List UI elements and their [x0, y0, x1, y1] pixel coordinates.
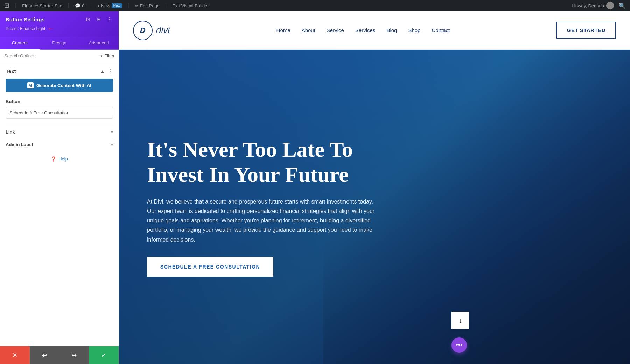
text-section-title: Text [6, 68, 16, 74]
down-arrow-icon: ↓ [458, 316, 462, 324]
new-button[interactable]: + New New [97, 3, 122, 8]
text-section-header: Text ▲ ⋮ [6, 68, 113, 74]
howdy-text: Howdy, Deanna [572, 3, 604, 8]
save-icon: ✓ [101, 351, 106, 359]
purple-options-button[interactable]: ••• [451, 337, 467, 353]
hero-description: At Divi, we believe that a secure and pr… [147, 197, 378, 244]
button-text-input[interactable] [6, 107, 113, 119]
get-started-button[interactable]: GET STARTED [556, 22, 616, 39]
more-options-icon[interactable]: ⋮ [105, 15, 113, 23]
redo-icon: ↪ [71, 351, 77, 359]
fullscreen-icon[interactable]: ⊡ [84, 15, 92, 23]
red-arrow-icon: ← [47, 24, 54, 33]
panel-content: Text ▲ ⋮ AI Generate Content With AI But… [0, 62, 119, 346]
ai-button-label: Generate Content With AI [36, 83, 91, 88]
panel-title: Button Settings [6, 16, 45, 22]
wp-logo-icon: ⊞ [4, 2, 9, 9]
text-section-collapse-icon[interactable]: ▲ [100, 69, 105, 74]
settings-panel: Button Settings ⊡ ⊟ ⋮ Preset: Finance Li… [0, 11, 119, 364]
admin-label-chevron-icon: ▾ [111, 142, 113, 147]
tab-design[interactable]: Design [40, 37, 79, 49]
scroll-down-button[interactable]: ↓ [451, 312, 469, 329]
site-logo: D divi [133, 21, 170, 40]
help-label: Help [58, 156, 68, 162]
nav-home[interactable]: Home [276, 27, 290, 33]
admin-label-row[interactable]: Admin Label ▾ [6, 138, 113, 151]
hero-content: It's Never Too Late To Invest In Your Fu… [119, 116, 406, 298]
button-section-label: Button [6, 99, 113, 104]
nav-service[interactable]: Service [327, 27, 344, 33]
comment-icon: 💬 [75, 3, 80, 8]
hero-cta-button[interactable]: SCHEDULE A FREE CONSULTATION [147, 257, 273, 277]
filter-button[interactable]: + Filter [100, 53, 114, 58]
search-input[interactable] [4, 53, 98, 58]
hero-title: It's Never Too Late To Invest In Your Fu… [147, 137, 378, 187]
avatar [606, 2, 614, 9]
nav-services[interactable]: Services [355, 27, 376, 33]
panel-search-bar: + Filter [0, 50, 119, 62]
redo-button[interactable]: ↪ [59, 346, 89, 364]
admin-bar: ⊞ | Finance Starter Site | 💬 0 | + New N… [0, 0, 630, 11]
layout-icon[interactable]: ⊟ [95, 15, 103, 23]
link-chevron-icon: ▾ [111, 130, 113, 135]
nav-blog[interactable]: Blog [386, 27, 397, 33]
panel-header: Button Settings ⊡ ⊟ ⋮ Preset: Finance Li… [0, 11, 119, 37]
new-badge: New [112, 3, 122, 8]
help-icon: ❓ [51, 156, 56, 162]
nav-about[interactable]: About [302, 27, 315, 33]
undo-button[interactable]: ↩ [30, 346, 59, 364]
logo-text: divi [156, 25, 170, 36]
panel-tabs: Content Design Advanced [0, 37, 119, 50]
tab-content[interactable]: Content [0, 37, 40, 50]
save-button[interactable]: ✓ [89, 346, 119, 364]
comment-link[interactable]: 💬 0 [75, 3, 84, 8]
text-section-menu-icon[interactable]: ⋮ [107, 68, 113, 74]
admin-search-icon[interactable]: 🔍 [619, 2, 626, 9]
ai-icon: AI [27, 82, 34, 88]
site-menu: Home About Service Services Blog Shop Co… [276, 27, 450, 33]
nav-shop[interactable]: Shop [408, 27, 420, 33]
undo-icon: ↩ [42, 351, 47, 359]
website-preview: D divi Home About Service Services Blog … [119, 11, 630, 364]
link-section-label: Link [6, 129, 15, 135]
help-row[interactable]: ❓ Help [6, 151, 113, 167]
cancel-button[interactable]: ✕ [0, 346, 30, 364]
nav-contact[interactable]: Contact [432, 27, 450, 33]
site-navigation: D divi Home About Service Services Blog … [119, 11, 630, 50]
link-section-row[interactable]: Link ▾ [6, 126, 113, 138]
tab-advanced[interactable]: Advanced [79, 37, 119, 49]
howdy-section: Howdy, Deanna 🔍 [572, 2, 626, 9]
dots-icon: ••• [456, 342, 463, 349]
site-name[interactable]: Finance Starter Site [22, 3, 62, 8]
cancel-icon: ✕ [12, 351, 18, 359]
logo-circle: D [133, 21, 153, 40]
panel-bottom-bar: ✕ ↩ ↪ ✓ [0, 346, 119, 364]
filter-plus-icon: + [100, 53, 103, 58]
edit-page-link[interactable]: ✏ Edit Page [135, 3, 160, 8]
exit-builder-link[interactable]: Exit Visual Builder [172, 3, 209, 8]
hero-section: It's Never Too Late To Invest In Your Fu… [119, 50, 630, 364]
preset-label: Preset: Finance Light [6, 26, 45, 31]
generate-ai-button[interactable]: AI Generate Content With AI [6, 79, 113, 92]
admin-label-section-label: Admin Label [6, 142, 33, 147]
comment-count: 0 [82, 3, 84, 8]
